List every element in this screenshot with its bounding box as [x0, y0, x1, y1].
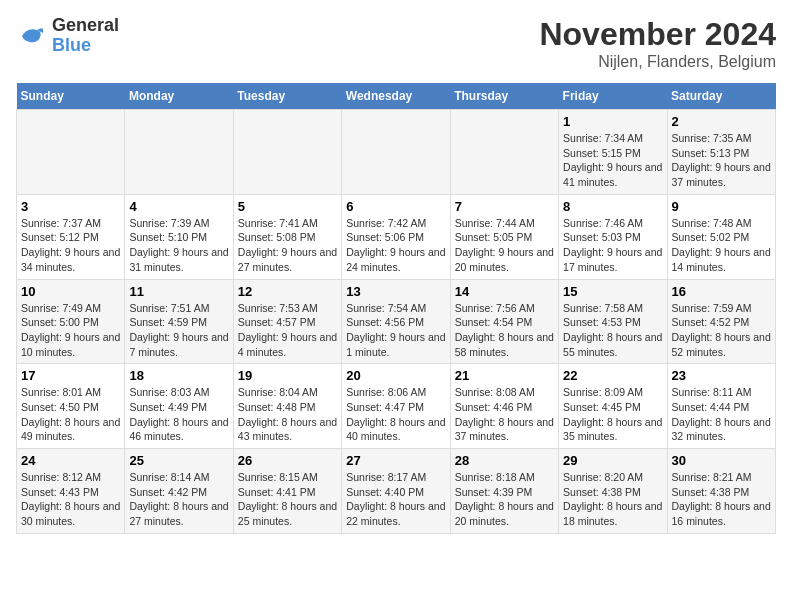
day-number: 5 — [238, 199, 337, 214]
day-info: Sunrise: 8:06 AM Sunset: 4:47 PM Dayligh… — [346, 385, 445, 444]
calendar-table: SundayMondayTuesdayWednesdayThursdayFrid… — [16, 83, 776, 534]
day-number: 1 — [563, 114, 662, 129]
calendar-cell: 1Sunrise: 7:34 AM Sunset: 5:15 PM Daylig… — [559, 110, 667, 195]
calendar-week-row: 3Sunrise: 7:37 AM Sunset: 5:12 PM Daylig… — [17, 194, 776, 279]
calendar-week-row: 10Sunrise: 7:49 AM Sunset: 5:00 PM Dayli… — [17, 279, 776, 364]
logo-text: General Blue — [52, 16, 119, 56]
day-info: Sunrise: 7:56 AM Sunset: 4:54 PM Dayligh… — [455, 301, 554, 360]
day-info: Sunrise: 7:35 AM Sunset: 5:13 PM Dayligh… — [672, 131, 771, 190]
weekday-header: Sunday — [17, 83, 125, 110]
weekday-header-row: SundayMondayTuesdayWednesdayThursdayFrid… — [17, 83, 776, 110]
day-number: 19 — [238, 368, 337, 383]
day-info: Sunrise: 7:37 AM Sunset: 5:12 PM Dayligh… — [21, 216, 120, 275]
weekday-header: Saturday — [667, 83, 775, 110]
day-info: Sunrise: 7:59 AM Sunset: 4:52 PM Dayligh… — [672, 301, 771, 360]
day-info: Sunrise: 7:46 AM Sunset: 5:03 PM Dayligh… — [563, 216, 662, 275]
day-info: Sunrise: 8:21 AM Sunset: 4:38 PM Dayligh… — [672, 470, 771, 529]
calendar-cell: 19Sunrise: 8:04 AM Sunset: 4:48 PM Dayli… — [233, 364, 341, 449]
calendar-title: November 2024 — [539, 16, 776, 53]
logo-general: General — [52, 16, 119, 36]
page-header: General Blue November 2024 Nijlen, Fland… — [16, 16, 776, 71]
day-number: 3 — [21, 199, 120, 214]
logo-blue: Blue — [52, 36, 119, 56]
day-number: 12 — [238, 284, 337, 299]
logo: General Blue — [16, 16, 119, 56]
calendar-cell — [342, 110, 450, 195]
calendar-cell: 16Sunrise: 7:59 AM Sunset: 4:52 PM Dayli… — [667, 279, 775, 364]
day-info: Sunrise: 7:42 AM Sunset: 5:06 PM Dayligh… — [346, 216, 445, 275]
calendar-cell — [450, 110, 558, 195]
calendar-cell: 29Sunrise: 8:20 AM Sunset: 4:38 PM Dayli… — [559, 449, 667, 534]
day-number: 23 — [672, 368, 771, 383]
day-number: 13 — [346, 284, 445, 299]
day-number: 22 — [563, 368, 662, 383]
logo-bird-icon — [16, 21, 46, 51]
calendar-subtitle: Nijlen, Flanders, Belgium — [539, 53, 776, 71]
day-info: Sunrise: 7:58 AM Sunset: 4:53 PM Dayligh… — [563, 301, 662, 360]
calendar-cell: 13Sunrise: 7:54 AM Sunset: 4:56 PM Dayli… — [342, 279, 450, 364]
day-info: Sunrise: 7:54 AM Sunset: 4:56 PM Dayligh… — [346, 301, 445, 360]
calendar-cell: 26Sunrise: 8:15 AM Sunset: 4:41 PM Dayli… — [233, 449, 341, 534]
day-number: 21 — [455, 368, 554, 383]
calendar-cell: 14Sunrise: 7:56 AM Sunset: 4:54 PM Dayli… — [450, 279, 558, 364]
day-info: Sunrise: 8:17 AM Sunset: 4:40 PM Dayligh… — [346, 470, 445, 529]
day-number: 10 — [21, 284, 120, 299]
day-info: Sunrise: 8:20 AM Sunset: 4:38 PM Dayligh… — [563, 470, 662, 529]
day-number: 25 — [129, 453, 228, 468]
calendar-cell: 24Sunrise: 8:12 AM Sunset: 4:43 PM Dayli… — [17, 449, 125, 534]
day-info: Sunrise: 8:11 AM Sunset: 4:44 PM Dayligh… — [672, 385, 771, 444]
day-number: 29 — [563, 453, 662, 468]
calendar-cell: 23Sunrise: 8:11 AM Sunset: 4:44 PM Dayli… — [667, 364, 775, 449]
day-info: Sunrise: 7:39 AM Sunset: 5:10 PM Dayligh… — [129, 216, 228, 275]
calendar-cell: 20Sunrise: 8:06 AM Sunset: 4:47 PM Dayli… — [342, 364, 450, 449]
day-info: Sunrise: 7:34 AM Sunset: 5:15 PM Dayligh… — [563, 131, 662, 190]
calendar-cell: 6Sunrise: 7:42 AM Sunset: 5:06 PM Daylig… — [342, 194, 450, 279]
day-info: Sunrise: 7:48 AM Sunset: 5:02 PM Dayligh… — [672, 216, 771, 275]
day-number: 8 — [563, 199, 662, 214]
weekday-header: Friday — [559, 83, 667, 110]
day-number: 4 — [129, 199, 228, 214]
day-number: 30 — [672, 453, 771, 468]
calendar-cell: 10Sunrise: 7:49 AM Sunset: 5:00 PM Dayli… — [17, 279, 125, 364]
day-number: 17 — [21, 368, 120, 383]
calendar-cell: 17Sunrise: 8:01 AM Sunset: 4:50 PM Dayli… — [17, 364, 125, 449]
day-info: Sunrise: 7:49 AM Sunset: 5:00 PM Dayligh… — [21, 301, 120, 360]
day-number: 7 — [455, 199, 554, 214]
calendar-cell: 11Sunrise: 7:51 AM Sunset: 4:59 PM Dayli… — [125, 279, 233, 364]
weekday-header: Wednesday — [342, 83, 450, 110]
calendar-cell: 7Sunrise: 7:44 AM Sunset: 5:05 PM Daylig… — [450, 194, 558, 279]
day-number: 18 — [129, 368, 228, 383]
day-info: Sunrise: 8:03 AM Sunset: 4:49 PM Dayligh… — [129, 385, 228, 444]
calendar-cell: 9Sunrise: 7:48 AM Sunset: 5:02 PM Daylig… — [667, 194, 775, 279]
day-number: 6 — [346, 199, 445, 214]
calendar-cell: 4Sunrise: 7:39 AM Sunset: 5:10 PM Daylig… — [125, 194, 233, 279]
calendar-cell: 2Sunrise: 7:35 AM Sunset: 5:13 PM Daylig… — [667, 110, 775, 195]
day-number: 11 — [129, 284, 228, 299]
day-number: 14 — [455, 284, 554, 299]
calendar-cell: 30Sunrise: 8:21 AM Sunset: 4:38 PM Dayli… — [667, 449, 775, 534]
weekday-header: Tuesday — [233, 83, 341, 110]
calendar-cell: 8Sunrise: 7:46 AM Sunset: 5:03 PM Daylig… — [559, 194, 667, 279]
calendar-cell — [125, 110, 233, 195]
calendar-cell: 28Sunrise: 8:18 AM Sunset: 4:39 PM Dayli… — [450, 449, 558, 534]
day-info: Sunrise: 8:01 AM Sunset: 4:50 PM Dayligh… — [21, 385, 120, 444]
weekday-header: Monday — [125, 83, 233, 110]
day-info: Sunrise: 7:51 AM Sunset: 4:59 PM Dayligh… — [129, 301, 228, 360]
calendar-cell: 15Sunrise: 7:58 AM Sunset: 4:53 PM Dayli… — [559, 279, 667, 364]
day-info: Sunrise: 8:09 AM Sunset: 4:45 PM Dayligh… — [563, 385, 662, 444]
calendar-week-row: 24Sunrise: 8:12 AM Sunset: 4:43 PM Dayli… — [17, 449, 776, 534]
day-number: 2 — [672, 114, 771, 129]
day-info: Sunrise: 7:44 AM Sunset: 5:05 PM Dayligh… — [455, 216, 554, 275]
day-info: Sunrise: 7:53 AM Sunset: 4:57 PM Dayligh… — [238, 301, 337, 360]
day-info: Sunrise: 8:12 AM Sunset: 4:43 PM Dayligh… — [21, 470, 120, 529]
calendar-cell — [233, 110, 341, 195]
calendar-cell: 25Sunrise: 8:14 AM Sunset: 4:42 PM Dayli… — [125, 449, 233, 534]
day-number: 16 — [672, 284, 771, 299]
calendar-cell: 27Sunrise: 8:17 AM Sunset: 4:40 PM Dayli… — [342, 449, 450, 534]
day-number: 28 — [455, 453, 554, 468]
calendar-week-row: 17Sunrise: 8:01 AM Sunset: 4:50 PM Dayli… — [17, 364, 776, 449]
calendar-cell: 12Sunrise: 7:53 AM Sunset: 4:57 PM Dayli… — [233, 279, 341, 364]
day-info: Sunrise: 8:08 AM Sunset: 4:46 PM Dayligh… — [455, 385, 554, 444]
day-info: Sunrise: 8:18 AM Sunset: 4:39 PM Dayligh… — [455, 470, 554, 529]
calendar-cell: 5Sunrise: 7:41 AM Sunset: 5:08 PM Daylig… — [233, 194, 341, 279]
